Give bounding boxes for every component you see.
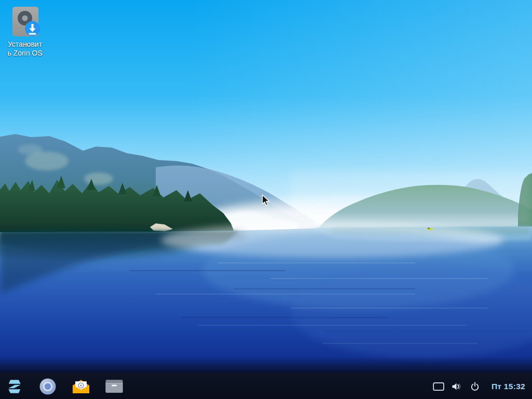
shortcut-label: Установит ь Zorin OS (7, 40, 42, 58)
mail-button[interactable] (71, 376, 91, 397)
taskbar: Пт 15:32 (0, 373, 532, 399)
mail-envelope-icon (72, 379, 90, 394)
files-button[interactable] (104, 376, 125, 397)
disk-install-icon (0, 5, 50, 38)
zorin-menu-button[interactable] (4, 376, 25, 397)
volume-icon (452, 382, 462, 391)
wallpaper-image (0, 0, 532, 399)
chromium-browser-button[interactable] (37, 376, 58, 397)
display-button[interactable] (432, 380, 445, 393)
taskbar-tray: Пт 15:32 (432, 380, 525, 393)
power-button[interactable] (468, 380, 482, 393)
display-icon (433, 382, 444, 391)
taskbar-apps (4, 376, 125, 397)
desktop: Установит ь Zorin OS (0, 0, 532, 399)
zorin-logo-icon (6, 378, 23, 395)
download-arrow-icon (25, 21, 40, 36)
folder-icon (105, 379, 123, 393)
clock[interactable]: Пт 15:32 (492, 382, 525, 391)
power-icon (470, 382, 480, 391)
chromium-icon (39, 378, 57, 395)
volume-button[interactable] (450, 380, 463, 393)
install-zorin-os-shortcut[interactable]: Установит ь Zorin OS (0, 5, 50, 58)
